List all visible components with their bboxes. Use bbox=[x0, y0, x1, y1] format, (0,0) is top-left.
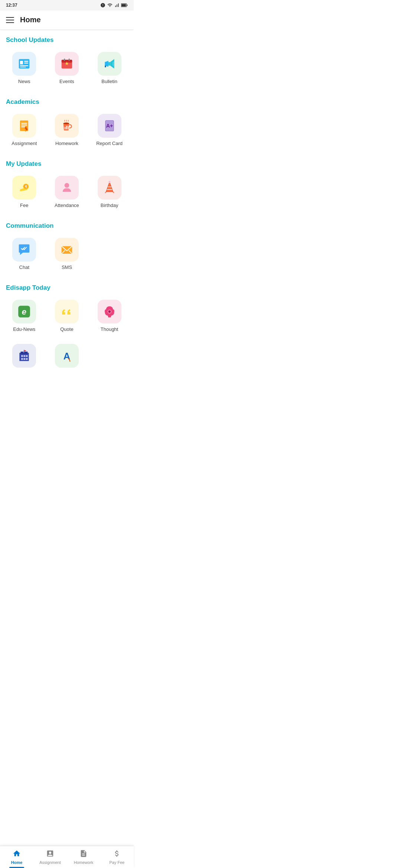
svg-rect-12 bbox=[69, 59, 70, 61]
alphabet-item[interactable]: A bbox=[46, 339, 88, 375]
svg-point-33 bbox=[65, 183, 69, 188]
svg-rect-5 bbox=[24, 61, 28, 62]
svg-point-46 bbox=[108, 310, 110, 313]
svg-rect-1 bbox=[127, 4, 127, 6]
homework-label: Homework bbox=[55, 141, 78, 146]
fee-icon: ₹ bbox=[17, 181, 31, 195]
events-item[interactable]: Events bbox=[46, 47, 88, 89]
building-item[interactable] bbox=[3, 339, 46, 375]
birthday-icon bbox=[102, 181, 117, 195]
svg-point-39 bbox=[108, 181, 110, 183]
svg-point-23 bbox=[63, 122, 69, 124]
attendance-label: Attendance bbox=[55, 203, 79, 208]
edu-news-item[interactable]: e Edu-News bbox=[3, 295, 46, 336]
quote-label: Quote bbox=[60, 326, 73, 332]
assignment-label: Assignment bbox=[12, 141, 37, 146]
news-icon-bg bbox=[12, 52, 36, 76]
svg-rect-49 bbox=[21, 355, 23, 357]
svg-rect-55 bbox=[24, 350, 25, 353]
bulletin-item[interactable]: Bulletin bbox=[88, 47, 131, 89]
thought-item[interactable]: Thought bbox=[88, 295, 131, 336]
svg-text:A+: A+ bbox=[106, 123, 113, 129]
report-card-icon-bg: A+ bbox=[98, 114, 121, 138]
communication-section-header: Communication bbox=[0, 216, 134, 233]
news-icon bbox=[17, 57, 31, 71]
birthday-item[interactable]: Birthday bbox=[88, 171, 131, 213]
alphabet-icon: A bbox=[60, 349, 74, 363]
svg-rect-6 bbox=[24, 63, 28, 63]
news-label: News bbox=[18, 79, 30, 84]
edu-news-icon: e bbox=[17, 305, 31, 319]
svg-marker-56 bbox=[24, 350, 26, 352]
my-updates-grid: ₹ Fee Attendance bbox=[0, 171, 134, 216]
svg-rect-19 bbox=[21, 125, 27, 125]
chat-item[interactable]: Chat bbox=[3, 233, 46, 274]
attendance-icon-bg bbox=[55, 176, 79, 200]
homework-item[interactable]: Homework bbox=[46, 109, 88, 151]
birthday-label: Birthday bbox=[101, 203, 118, 208]
assignment-icon-bg bbox=[12, 114, 36, 138]
report-card-item[interactable]: A+ Report Card bbox=[88, 109, 131, 151]
svg-rect-7 bbox=[20, 65, 28, 66]
alphabet-icon-bg: A bbox=[55, 344, 79, 368]
svg-rect-54 bbox=[26, 358, 28, 360]
svg-rect-53 bbox=[24, 358, 26, 360]
svg-rect-4 bbox=[20, 61, 23, 65]
events-icon bbox=[60, 57, 74, 71]
birthday-icon-bg bbox=[98, 176, 121, 200]
report-card-icon: A+ bbox=[102, 119, 117, 133]
svg-rect-2 bbox=[121, 4, 126, 7]
thought-icon-bg bbox=[98, 300, 121, 323]
sms-icon bbox=[60, 243, 74, 257]
extra-grid: A bbox=[0, 339, 134, 378]
assignment-item[interactable]: Assignment bbox=[3, 109, 46, 151]
my-updates-section-header: My Updates bbox=[0, 154, 134, 171]
app-bar: Home bbox=[0, 10, 134, 30]
thought-label: Thought bbox=[101, 326, 118, 332]
quote-icon-bg bbox=[55, 300, 79, 323]
edu-news-icon-bg: e bbox=[12, 300, 36, 323]
svg-rect-18 bbox=[21, 123, 27, 124]
quote-icon bbox=[60, 305, 74, 319]
attendance-item[interactable]: Attendance bbox=[46, 171, 88, 213]
svg-rect-50 bbox=[24, 355, 26, 357]
edu-news-label: Edu-News bbox=[13, 326, 35, 332]
bulletin-icon bbox=[102, 57, 117, 71]
svg-text:e: e bbox=[22, 307, 26, 316]
wifi-icon bbox=[107, 3, 113, 8]
svg-rect-16 bbox=[105, 66, 106, 68]
svg-rect-20 bbox=[21, 126, 25, 127]
svg-rect-11 bbox=[64, 59, 65, 61]
attendance-icon bbox=[60, 181, 74, 195]
svg-rect-8 bbox=[20, 67, 26, 68]
svg-rect-25 bbox=[66, 126, 67, 129]
status-bar: 12:37 bbox=[0, 0, 134, 10]
page-title: Home bbox=[20, 16, 41, 24]
sms-label: SMS bbox=[62, 264, 72, 270]
chat-icon-bg bbox=[12, 238, 36, 262]
edisapp-today-section-header: Edisapp Today bbox=[0, 277, 134, 295]
quote-item[interactable]: Quote bbox=[46, 295, 88, 336]
academics-grid: Assignment Hom bbox=[0, 109, 134, 154]
events-label: Events bbox=[59, 79, 74, 84]
sms-item[interactable]: SMS bbox=[46, 233, 88, 274]
status-icons bbox=[100, 3, 128, 8]
assignment-icon bbox=[17, 119, 31, 133]
building-icon-bg bbox=[12, 344, 36, 368]
school-updates-grid: News Events bbox=[0, 47, 134, 92]
fee-item[interactable]: ₹ Fee bbox=[3, 171, 46, 213]
fee-label: Fee bbox=[20, 203, 28, 208]
svg-rect-51 bbox=[26, 355, 28, 357]
report-card-label: Report Card bbox=[96, 141, 123, 146]
svg-rect-14 bbox=[108, 62, 110, 66]
battery-icon bbox=[121, 3, 128, 7]
svg-text:₹: ₹ bbox=[25, 185, 27, 189]
svg-rect-24 bbox=[65, 127, 66, 129]
chat-icon bbox=[17, 243, 31, 257]
main-content: School Updates News bbox=[0, 30, 134, 408]
fee-icon-bg: ₹ bbox=[12, 176, 36, 200]
news-item[interactable]: News bbox=[3, 47, 46, 89]
bulletin-icon-bg bbox=[98, 52, 121, 76]
thought-icon bbox=[102, 305, 117, 319]
hamburger-menu-button[interactable] bbox=[6, 17, 14, 23]
